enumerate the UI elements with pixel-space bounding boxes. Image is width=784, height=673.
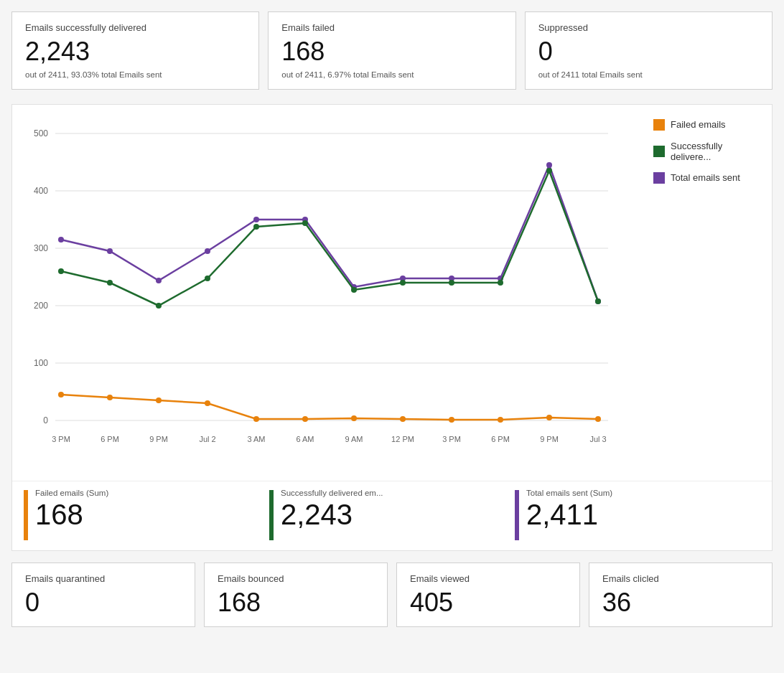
kpi-title-failed: Emails failed <box>281 22 502 33</box>
summary-label-total: Total emails sent (Sum) <box>526 489 612 497</box>
summary-value-delivered: 2,243 <box>281 500 383 529</box>
svg-text:9 AM: 9 AM <box>345 435 363 443</box>
kpi-value-viewed: 405 <box>410 588 566 617</box>
delivered-dot <box>302 220 308 226</box>
kpi-card-failed: Emails failed 168 out of 2411, 6.97% tot… <box>268 11 515 90</box>
summary-bar-delivered <box>269 490 274 540</box>
delivered-dot <box>498 280 503 286</box>
kpi-title-delivered: Emails successfully delivered <box>25 22 246 33</box>
svg-text:200: 200 <box>34 301 48 311</box>
dashboard: Emails successfully delivered 2,243 out … <box>0 0 784 639</box>
svg-text:9 PM: 9 PM <box>540 435 559 443</box>
svg-text:3 AM: 3 AM <box>247 435 265 443</box>
svg-text:3 PM: 3 PM <box>442 435 461 443</box>
failed-dot <box>351 415 357 421</box>
legend-delivered: Successfully delivere... <box>653 141 765 162</box>
failed-dot <box>400 416 406 422</box>
failed-dot <box>546 415 552 420</box>
kpi-value-failed: 168 <box>281 37 502 66</box>
failed-dot <box>302 416 308 422</box>
failed-dot <box>107 395 113 400</box>
delivered-dot <box>449 280 454 286</box>
summary-content-delivered: Successfully delivered em... 2,243 <box>281 489 383 529</box>
failed-dot <box>156 397 162 403</box>
total-dot <box>156 278 162 283</box>
summary-label-failed: Failed emails (Sum) <box>35 489 108 497</box>
delivered-dot <box>595 298 601 304</box>
kpi-title-bounced: Emails bounced <box>218 573 374 584</box>
total-dot <box>107 248 113 254</box>
failed-dot <box>595 416 601 422</box>
kpi-card-clicked: Emails clicled 36 <box>589 563 773 628</box>
total-dot <box>253 217 259 222</box>
delivered-dot <box>546 168 552 174</box>
legend-color-total <box>653 172 665 184</box>
kpi-row-top: Emails successfully delivered 2,243 out … <box>11 11 773 90</box>
svg-text:9 PM: 9 PM <box>149 435 168 443</box>
svg-text:6 PM: 6 PM <box>101 435 119 443</box>
total-dot <box>546 162 552 168</box>
legend-total: Total emails sent <box>653 172 765 184</box>
chart-inner: 500 400 300 200 100 0 <box>12 105 772 481</box>
legend-label-failed: Failed emails <box>671 119 726 130</box>
failed-dot <box>205 400 210 406</box>
svg-text:0: 0 <box>43 415 48 425</box>
kpi-card-bounced: Emails bounced 168 <box>204 563 388 628</box>
kpi-row-bottom: Emails quarantined 0 Emails bounced 168 … <box>11 563 773 628</box>
total-dot <box>205 248 210 254</box>
kpi-sub-failed: out of 2411, 6.97% total Emails sent <box>281 70 502 79</box>
chart-svg: 500 400 300 200 100 0 <box>12 105 615 478</box>
delivered-dot <box>351 287 357 293</box>
failed-dot <box>498 417 503 423</box>
svg-text:100: 100 <box>34 358 48 368</box>
failed-dot <box>253 416 259 422</box>
summary-content-failed: Failed emails (Sum) 168 <box>35 489 108 529</box>
svg-text:6 PM: 6 PM <box>491 435 510 443</box>
chart-area: 500 400 300 200 100 0 <box>12 105 646 481</box>
kpi-card-viewed: Emails viewed 405 <box>396 563 580 628</box>
svg-text:6 AM: 6 AM <box>296 435 314 443</box>
chart-section: 500 400 300 200 100 0 <box>11 104 773 551</box>
failed-dot <box>58 392 64 397</box>
legend-color-delivered <box>653 146 665 157</box>
kpi-value-clicked: 36 <box>602 588 759 617</box>
total-emails-line <box>61 165 598 301</box>
summary-row: Failed emails (Sum) 168 Successfully del… <box>12 481 772 550</box>
legend-label-delivered: Successfully delivere... <box>671 141 765 162</box>
svg-text:300: 300 <box>34 243 48 253</box>
summary-delivered: Successfully delivered em... 2,243 <box>269 489 515 540</box>
kpi-sub-suppressed: out of 2411 total Emails sent <box>538 70 759 79</box>
kpi-value-bounced: 168 <box>218 588 374 617</box>
delivered-dot <box>107 280 113 286</box>
delivered-dot <box>253 224 259 230</box>
chart-legend: Failed emails Successfully delivere... T… <box>646 105 772 481</box>
summary-total: Total emails sent (Sum) 2,411 <box>515 489 760 540</box>
summary-label-delivered: Successfully delivered em... <box>281 489 383 497</box>
summary-content-total: Total emails sent (Sum) 2,411 <box>526 489 612 529</box>
summary-bar-total <box>515 490 519 540</box>
svg-text:500: 500 <box>34 128 48 138</box>
summary-value-failed: 168 <box>35 500 108 529</box>
kpi-title-viewed: Emails viewed <box>410 573 566 584</box>
delivered-dot <box>205 276 210 281</box>
delivered-dot <box>400 280 406 286</box>
kpi-card-quarantined: Emails quarantined 0 <box>11 563 195 628</box>
kpi-value-suppressed: 0 <box>538 37 759 66</box>
kpi-value-quarantined: 0 <box>25 588 182 617</box>
kpi-card-delivered: Emails successfully delivered 2,243 out … <box>11 11 259 90</box>
summary-failed: Failed emails (Sum) 168 <box>24 489 269 540</box>
svg-text:400: 400 <box>34 186 48 196</box>
delivered-dot <box>58 268 64 274</box>
legend-failed: Failed emails <box>653 119 765 131</box>
kpi-sub-delivered: out of 2411, 93.03% total Emails sent <box>25 70 246 79</box>
total-dot <box>58 237 64 243</box>
svg-text:Jul 2: Jul 2 <box>199 435 215 443</box>
kpi-title-suppressed: Suppressed <box>538 22 759 33</box>
kpi-card-suppressed: Suppressed 0 out of 2411 total Emails se… <box>525 11 773 90</box>
legend-label-total: Total emails sent <box>671 172 740 183</box>
failed-line <box>61 395 598 420</box>
svg-text:3 PM: 3 PM <box>52 435 70 443</box>
failed-dot <box>449 417 454 423</box>
svg-text:Jul 3: Jul 3 <box>589 435 606 443</box>
kpi-title-clicked: Emails clicled <box>602 573 759 584</box>
